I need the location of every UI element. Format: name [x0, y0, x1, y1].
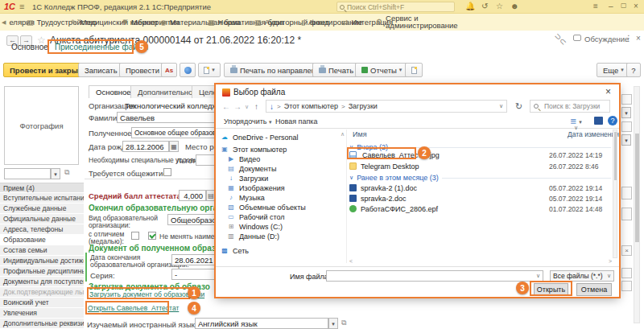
sidebar-item-family[interactable]: Состав семьи: [0, 245, 84, 256]
form-scrollbar-thumb[interactable]: [635, 134, 639, 242]
support-person-icon[interactable]: ☻: [510, 2, 519, 10]
sidebar-item-official-data[interactable]: Официальные данные: [0, 214, 84, 224]
surname-input[interactable]: Савельев: [117, 112, 215, 123]
file-row-spravka1[interactable]: spravka-2 (1).doc 05.07.2022 19:14: [349, 183, 612, 193]
minimize-icon[interactable]: –: [609, 2, 613, 10]
tree-item-downloads[interactable]: ↓Загрузки: [221, 174, 341, 183]
open-button[interactable]: Открыть: [534, 283, 568, 296]
dialog-address-bar[interactable]: ↓ > Этот компьютер > Загрузки ∨: [266, 100, 507, 113]
tree-item-music[interactable]: ♪Музыка: [221, 193, 341, 203]
dialog-close-icon[interactable]: ×: [605, 86, 611, 97]
tree-scroll-up-icon[interactable]: ∧: [341, 131, 345, 138]
more-button[interactable]: Еще▾: [597, 63, 630, 77]
birthdate-input[interactable]: 28.12.2006: [122, 141, 169, 152]
form-scrollbar[interactable]: [634, 86, 640, 323]
attach-file-button[interactable]: ▾: [198, 63, 221, 77]
photo-combo-input[interactable]: [4, 168, 51, 179]
dialog-recent-icon[interactable]: ∨: [245, 104, 249, 110]
benefit-input[interactable]: [196, 154, 216, 166]
sidebar-item-addresses[interactable]: Адреса, телефоны: [0, 224, 84, 235]
language-input[interactable]: Английский язык: [195, 318, 328, 329]
clipped-clear-button[interactable]: ×: [621, 245, 632, 256]
enddate-input[interactable]: 28.06.2021: [171, 254, 216, 265]
org-value[interactable]: Технологический колледж: [125, 101, 217, 110]
global-search-input[interactable]: Поиск Ctrl+Shift+F: [336, 2, 455, 12]
clipped-dropdown[interactable]: ▾: [621, 107, 631, 118]
tree-item-this-pc[interactable]: ▣Этот компьютер: [221, 145, 341, 154]
dialog-search-input[interactable]: Поиск в: Загрузки: [530, 100, 610, 113]
column-date[interactable]: Дата изменения: [568, 130, 619, 138]
avg-score-input[interactable]: 4,000: [179, 190, 206, 201]
more-dots-icon[interactable]: ⋮: [625, 34, 633, 43]
sidebar-item-service-data[interactable]: Служебные данные: [0, 204, 84, 214]
breadcrumb-downloads[interactable]: Загрузки: [349, 102, 378, 110]
preview-pane-icon[interactable]: [594, 117, 603, 125]
maximize-icon[interactable]: ▢: [621, 2, 627, 9]
form-tab-additional[interactable]: Дополнительно: [130, 85, 200, 98]
tree-item-windows-c[interactable]: ⊞Windows (C:): [221, 222, 341, 232]
help-icon[interactable]: ?: [608, 116, 617, 125]
help-button[interactable]: ?: [626, 63, 641, 77]
photo-placeholder[interactable]: Фотография: [4, 86, 79, 165]
tree-item-network[interactable]: ▩Сеть: [221, 246, 341, 256]
sidebar-item-education[interactable]: Образование: [0, 235, 84, 245]
file-row-spravka2[interactable]: spravka-2.doc 05.07.2022 19:14: [349, 193, 612, 204]
file-row-telegram[interactable]: Telegram Desktop 26.07.2022 8:46: [349, 161, 612, 171]
save-button[interactable]: Записать: [78, 63, 124, 77]
breadcrumb-computer[interactable]: Этот компьютер: [284, 102, 338, 110]
notifications-bell-icon[interactable]: 🔔: [465, 2, 475, 10]
sidebar-item-entrance-tests[interactable]: Вступительные испытания: [0, 193, 84, 204]
file-row-attestat[interactable]: Савельев_Аттестат.jpg 26.07.2022 14:19: [349, 150, 612, 160]
organize-button[interactable]: Упорядочить ▾: [224, 117, 272, 125]
sidebar-item-hobbies[interactable]: Увлечения: [0, 308, 84, 319]
scroll-right-icon[interactable]: >: [609, 258, 612, 264]
export-button[interactable]: [405, 63, 423, 77]
filename-input[interactable]: ∨: [326, 270, 543, 282]
favorites-star-icon[interactable]: ☆: [496, 2, 503, 10]
tree-item-onedrive[interactable]: ☁OneDrive - Personal: [221, 133, 341, 142]
menu-item-service-admin[interactable]: ⚙Сервис и администрирование: [376, 14, 473, 29]
main-menu-icon[interactable]: ≡: [19, 2, 24, 11]
dialog-forward-icon[interactable]: →: [233, 102, 242, 111]
dialog-up-icon[interactable]: ↑: [254, 102, 258, 111]
post-button[interactable]: Провести: [119, 63, 166, 77]
sidebar-item-additional[interactable]: Дополнительные реквизиты: [0, 319, 84, 329]
file-type-filter[interactable]: Все файлы (*.*) ∨: [550, 270, 614, 282]
close-document-icon[interactable]: ×: [636, 34, 641, 43]
sidebar-item-military[interactable]: Воинский учет: [0, 298, 84, 308]
new-folder-button[interactable]: Новая папка: [275, 117, 317, 125]
file-row-epf[interactable]: РаботаСФИС_2806.epf 01.07.2022 14:48: [349, 204, 612, 214]
scroll-left-icon[interactable]: <: [349, 258, 353, 264]
series-input[interactable]: -: [171, 269, 216, 280]
sidebar-item-priem[interactable]: Прием (4): [0, 183, 84, 193]
cancel-button[interactable]: Отмена: [576, 283, 612, 296]
sidebar-item-achievements[interactable]: Индивидуальные достижения: [0, 256, 84, 266]
photo-open-icon[interactable]: ⧉: [64, 168, 69, 177]
refresh-icon[interactable]: ↻: [515, 101, 522, 112]
tree-item-3d-objects[interactable]: ▧Объемные объекты: [221, 203, 341, 212]
file-list-hscrollbar[interactable]: < >: [349, 258, 612, 264]
column-name[interactable]: Имя: [353, 130, 367, 138]
sidebar-item-profile-subjects[interactable]: Профильные дисциплины: [0, 266, 84, 277]
language-dropdown[interactable]: ▾: [328, 318, 338, 329]
language-open-icon[interactable]: ⧉: [341, 319, 346, 327]
tree-item-desktop[interactable]: ▭Рабочий стол: [221, 212, 341, 222]
close-app-icon[interactable]: ×: [634, 2, 638, 10]
chevron-down-icon[interactable]: ∨: [536, 273, 540, 279]
window-settings-icon[interactable]: ≡: [593, 2, 598, 10]
tree-item-documents[interactable]: ▤Документы: [221, 164, 341, 174]
file-list-scrollbar-thumb[interactable]: [614, 132, 617, 180]
tree-item-video[interactable]: ▶Видео: [221, 154, 341, 164]
photo-combo-dropdown[interactable]: ▾: [51, 168, 60, 179]
discussion-icon[interactable]: [573, 35, 581, 41]
file-list-scrollbar[interactable]: [613, 130, 617, 258]
education-input[interactable]: Основное общее образование: [131, 127, 216, 138]
web-link-button[interactable]: [180, 63, 196, 77]
keep-name-checkbox[interactable]: [148, 232, 156, 240]
discussion-label[interactable]: Обсуждение: [584, 35, 629, 43]
tree-item-pictures[interactable]: ▦Изображения: [221, 183, 341, 193]
tab-main[interactable]: Основное: [6, 41, 53, 53]
tree-item-data-d[interactable]: ▥Данные (D:): [221, 232, 341, 241]
clipped-dropdown[interactable]: ▾: [621, 134, 631, 146]
sidebar-item-admission-docs[interactable]: Документы для поступления: [0, 277, 84, 287]
